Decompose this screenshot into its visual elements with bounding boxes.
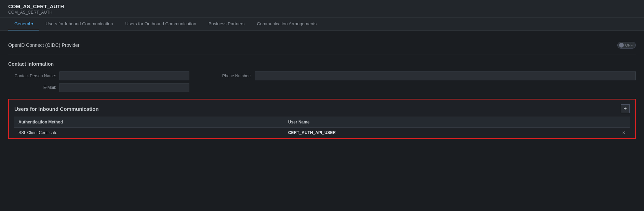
title-main: COM_AS_CERT_AUTH bbox=[8, 3, 636, 9]
page-content: OpenID Connect (OIDC) Provider OFF Conta… bbox=[0, 31, 644, 146]
contact-person-label: Contact Person Name: bbox=[8, 74, 56, 78]
email-input[interactable] bbox=[59, 83, 189, 92]
phone-label: Phone Number: bbox=[203, 74, 251, 78]
inbound-table: Authentication Method User Name SSL Clie… bbox=[14, 117, 630, 138]
cell-auth-method: SSL Client Certificate bbox=[14, 128, 284, 138]
toggle-circle bbox=[619, 43, 624, 48]
contact-fields: Contact Person Name: E-Mail: Phone Numbe… bbox=[8, 71, 636, 92]
contact-section: Contact Information Contact Person Name:… bbox=[8, 61, 636, 92]
chevron-down-icon: ▾ bbox=[31, 22, 33, 26]
col-actions bbox=[570, 117, 630, 128]
col-auth-method: Authentication Method bbox=[14, 117, 284, 128]
nav-tabs: General ▾ Users for Inbound Communicatio… bbox=[0, 18, 644, 31]
tab-inbound[interactable]: Users for Inbound Communication bbox=[39, 18, 119, 30]
contact-left-fields: Contact Person Name: E-Mail: bbox=[8, 71, 189, 92]
tab-arrangements-label: Communication Arrangements bbox=[257, 21, 317, 26]
toggle-label: OFF bbox=[625, 43, 633, 47]
cell-user-name: CERT_AUTH_API_USER bbox=[284, 128, 570, 138]
table-header-row: Authentication Method User Name bbox=[14, 117, 630, 128]
tab-partners-label: Business Partners bbox=[209, 21, 245, 26]
title-sub: COM_AS_CERT_AUTH bbox=[8, 10, 636, 15]
tab-arrangements[interactable]: Communication Arrangements bbox=[251, 18, 323, 30]
email-row: E-Mail: bbox=[8, 83, 189, 92]
tab-outbound-label: Users for Outbound Communication bbox=[125, 21, 196, 26]
tab-inbound-label: Users for Inbound Communication bbox=[45, 21, 113, 26]
contact-person-row: Contact Person Name: bbox=[8, 71, 189, 80]
contact-right-fields: Phone Number: bbox=[203, 71, 636, 80]
oidc-label: OpenID Connect (OIDC) Provider bbox=[8, 42, 80, 48]
delete-row-button[interactable]: ✕ bbox=[570, 128, 630, 138]
add-user-button[interactable]: + bbox=[621, 104, 630, 113]
tab-general-label: General bbox=[14, 21, 30, 26]
oidc-toggle[interactable]: OFF bbox=[617, 42, 636, 49]
inbound-title: Users for Inbound Communication bbox=[14, 106, 99, 112]
tab-partners[interactable]: Business Partners bbox=[202, 18, 251, 30]
inbound-users-section: Users for Inbound Communication + Authen… bbox=[8, 99, 636, 139]
col-user-name: User Name bbox=[284, 117, 570, 128]
phone-input[interactable] bbox=[255, 71, 636, 80]
tab-general[interactable]: General ▾ bbox=[8, 18, 39, 30]
table-row: SSL Client Certificate CERT_AUTH_API_USE… bbox=[14, 128, 630, 138]
title-bar: COM_AS_CERT_AUTH COM_AS_CERT_AUTH bbox=[0, 0, 644, 18]
tab-outbound[interactable]: Users for Outbound Communication bbox=[119, 18, 202, 30]
contact-heading: Contact Information bbox=[8, 61, 636, 67]
email-label: E-Mail: bbox=[8, 85, 56, 90]
contact-person-input[interactable] bbox=[59, 71, 189, 80]
oidc-section: OpenID Connect (OIDC) Provider OFF bbox=[8, 38, 636, 54]
inbound-header: Users for Inbound Communication + bbox=[14, 104, 630, 113]
